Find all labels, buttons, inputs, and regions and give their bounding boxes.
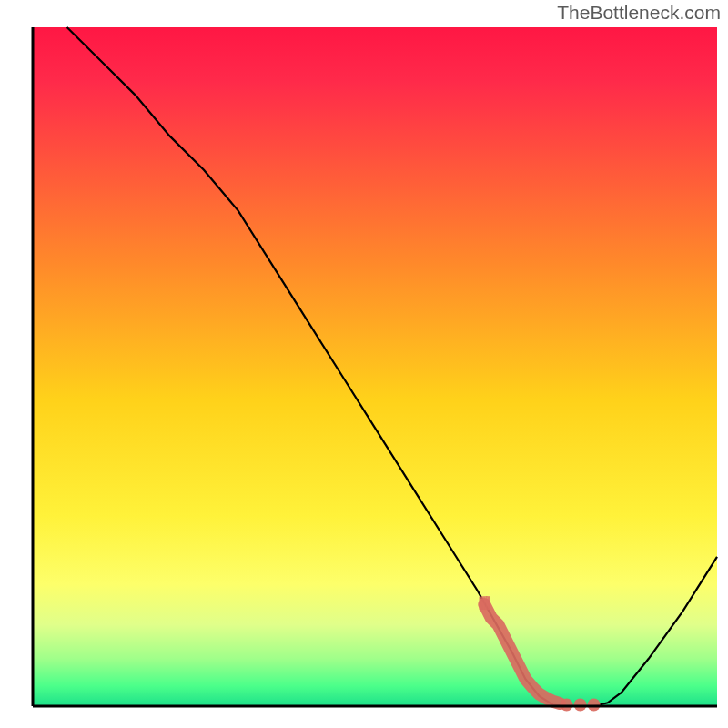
plot-background [33,27,717,706]
chart-container: TheBottleneck.com [0,0,728,728]
watermark-text: TheBottleneck.com [557,2,721,24]
chart-svg [0,0,728,728]
